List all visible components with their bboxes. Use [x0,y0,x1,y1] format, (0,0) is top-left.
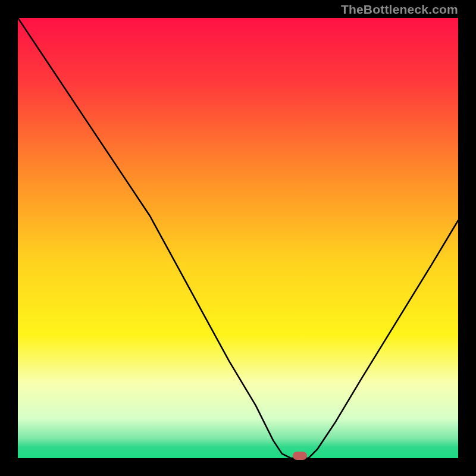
chart-frame: TheBottleneck.com [0,0,476,476]
plot-area [18,18,458,458]
selected-point-marker [293,452,307,460]
watermark-text: TheBottleneck.com [341,2,458,17]
bottleneck-curve [18,18,458,458]
